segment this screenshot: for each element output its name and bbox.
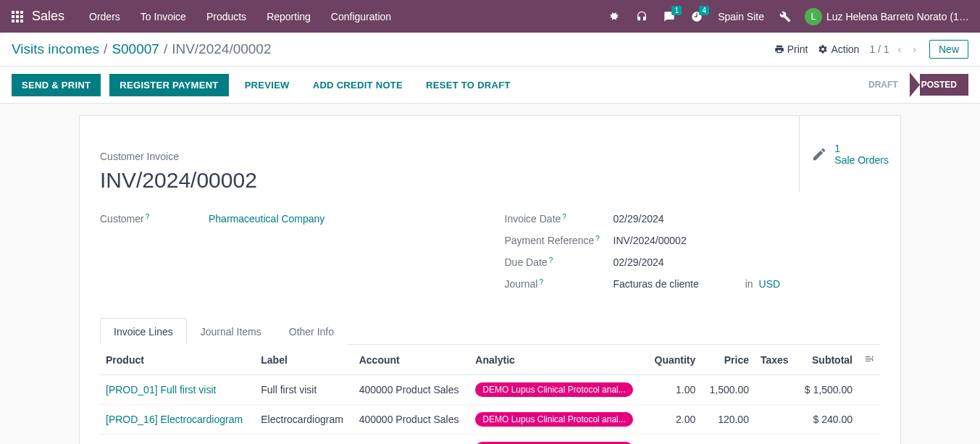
cell-label: Full first visit: [255, 375, 353, 405]
analytic-tag[interactable]: DEMO Lupus Clinical Protocol anal...: [475, 412, 632, 427]
svg-rect-7: [16, 20, 19, 22]
topbar: Sales Orders To Invoice Products Reporti…: [0, 0, 980, 33]
edit-icon: [811, 146, 827, 162]
table-row: [PROD_16] ElectrocardiogramElectrocardio…: [100, 405, 880, 435]
cell-taxes: [755, 405, 796, 435]
cell-product[interactable]: [PROD_17] Criteria inclusion: [100, 435, 255, 445]
breadcrumb-order[interactable]: S00007: [112, 41, 159, 57]
breadcrumb-current: INV/2024/00002: [172, 41, 271, 57]
nav-reporting[interactable]: Reporting: [256, 2, 321, 31]
table-row: [PROD_17] Criteria inclusionCriteria inc…: [100, 435, 880, 445]
payment-ref-value: INV/2024/00002: [613, 235, 881, 246]
svg-rect-8: [20, 20, 23, 22]
cell-account: 400000 Product Sales: [353, 405, 470, 435]
svg-rect-0: [12, 11, 14, 14]
breadcrumb: Visits incomes / S00007 / INV/2024/00002: [12, 41, 272, 57]
payment-ref-label: Payment Reference?: [505, 235, 613, 246]
th-analytic[interactable]: Analytic: [469, 345, 646, 375]
tab-journal-items[interactable]: Journal Items: [187, 318, 275, 345]
cell-price: 200.00: [701, 435, 755, 445]
statusbar: DRAFT POSTED: [857, 72, 968, 97]
status-draft[interactable]: DRAFT: [857, 74, 910, 96]
site-switcher[interactable]: Spain Site: [718, 11, 764, 22]
cell-taxes: [755, 375, 796, 405]
register-payment-button[interactable]: REGISTER PAYMENT: [109, 74, 228, 96]
sale-orders-stat-button[interactable]: 1 Sale Orders: [799, 116, 900, 193]
analytic-tag[interactable]: DEMO Lupus Clinical Protocol anal...: [475, 382, 632, 397]
invoice-date-label: Invoice Date?: [505, 213, 613, 225]
nav-products[interactable]: Products: [196, 2, 256, 31]
svg-rect-4: [16, 15, 19, 18]
print-button[interactable]: Print: [774, 43, 808, 55]
cell-price: 1,500.00: [701, 375, 755, 405]
apps-menu-button[interactable]: [9, 8, 26, 25]
support-icon[interactable]: [629, 4, 654, 29]
svg-rect-1: [16, 11, 19, 14]
breadcrumb-root[interactable]: Visits incomes: [12, 41, 99, 57]
form-sheet: Customer Invoice INV/2024/00002 1 Sale O…: [79, 115, 901, 444]
th-price[interactable]: Price: [701, 345, 755, 375]
nav-configuration[interactable]: Configuration: [321, 2, 401, 31]
th-label[interactable]: Label: [255, 345, 353, 375]
cell-analytic: DEMO Lupus Clinical Protocol anal...: [469, 435, 646, 445]
pager-prev[interactable]: ‹: [895, 43, 905, 55]
new-button[interactable]: New: [929, 40, 968, 59]
th-product[interactable]: Product: [100, 345, 255, 375]
activities-icon[interactable]: 4: [684, 4, 709, 29]
stat-label: Sale Orders: [834, 154, 889, 166]
th-taxes[interactable]: Taxes: [755, 345, 796, 375]
reset-draft-button[interactable]: RESET TO DRAFT: [419, 74, 518, 96]
customer-value[interactable]: Pharmaceutical Company: [209, 213, 476, 225]
currency-value[interactable]: USD: [759, 278, 781, 290]
cell-label: Electrocardiogram: [255, 405, 353, 435]
messages-icon[interactable]: 1: [657, 4, 682, 29]
pager-count: 1 / 1: [869, 43, 889, 55]
svg-rect-2: [20, 11, 23, 14]
cell-analytic: DEMO Lupus Clinical Protocol anal...: [469, 375, 646, 405]
th-options[interactable]: [858, 345, 880, 375]
actionbar: SEND & PRINT REGISTER PAYMENT PREVIEW AD…: [0, 67, 980, 104]
cell-analytic: DEMO Lupus Clinical Protocol anal...: [469, 405, 646, 435]
nav-to-invoice[interactable]: To Invoice: [130, 2, 196, 31]
th-subtotal[interactable]: Subtotal: [796, 345, 858, 375]
subheader: Visits incomes / S00007 / INV/2024/00002…: [0, 33, 980, 67]
svg-rect-6: [12, 20, 14, 22]
user-menu[interactable]: L Luz Helena Barreto Norato (16-sweet-b.…: [805, 8, 971, 25]
table-row: [PROD_01] Full first visitFull first vis…: [100, 375, 880, 405]
avatar: L: [805, 8, 822, 25]
tab-other-info[interactable]: Other Info: [275, 318, 348, 345]
tab-invoice-lines[interactable]: Invoice Lines: [100, 318, 187, 345]
tools-icon[interactable]: [773, 4, 797, 29]
add-credit-note-button[interactable]: ADD CREDIT NOTE: [306, 74, 410, 96]
due-date-value: 02/29/2024: [613, 256, 881, 268]
preview-button[interactable]: PREVIEW: [238, 74, 297, 96]
journal-label: Journal?: [505, 278, 613, 290]
cell-product[interactable]: [PROD_01] Full first visit: [100, 375, 255, 405]
cell-quantity: 1.00: [646, 435, 701, 445]
tabs: Invoice Lines Journal Items Other Info: [100, 317, 880, 345]
action-button[interactable]: Action: [818, 43, 859, 55]
nav-orders[interactable]: Orders: [79, 2, 130, 31]
debug-icon[interactable]: [602, 4, 627, 29]
send-print-button[interactable]: SEND & PRINT: [12, 74, 101, 96]
app-name: Sales: [32, 9, 64, 24]
journal-value: Facturas de cliente inUSD: [613, 278, 881, 290]
pager: 1 / 1 ‹ ›: [869, 43, 919, 55]
invoice-date-value: 02/29/2024: [613, 213, 881, 225]
svg-rect-3: [12, 15, 14, 18]
cell-product[interactable]: [PROD_16] Electrocardiogram: [100, 405, 255, 435]
th-account[interactable]: Account: [353, 345, 470, 375]
cell-price: 120.00: [701, 405, 755, 435]
cell-quantity: 2.00: [646, 405, 701, 435]
cell-subtotal: $ 200.00: [796, 435, 858, 445]
username: Luz Helena Barreto Norato (16-sweet-b...: [826, 11, 971, 22]
cell-label: Criteria inclusion: [255, 435, 353, 445]
pager-next[interactable]: ›: [910, 43, 919, 55]
cell-subtotal: $ 1,500.00: [796, 375, 858, 405]
cell-account: 400000 Product Sales: [353, 435, 470, 445]
messages-badge: 1: [671, 6, 682, 15]
activities-badge: 4: [699, 6, 709, 15]
th-quantity[interactable]: Quantity: [646, 345, 701, 375]
cell-quantity: 1.00: [646, 375, 701, 405]
invoice-name: INV/2024/00002: [100, 168, 799, 193]
